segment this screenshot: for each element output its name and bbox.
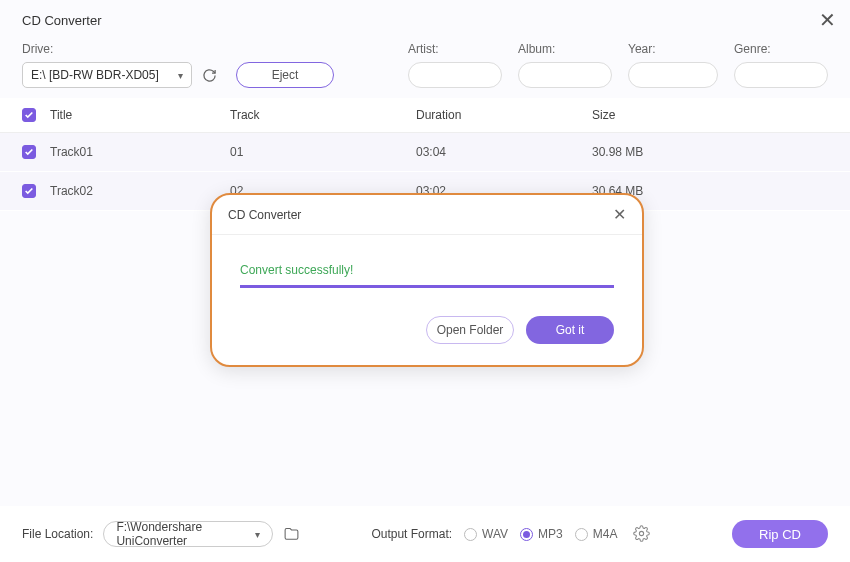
row-track: 01 (230, 145, 416, 159)
close-icon[interactable]: ✕ (613, 205, 626, 224)
album-field-group: Album: (518, 42, 612, 88)
table-row[interactable]: Track01 01 03:04 30.98 MB (0, 133, 850, 172)
format-m4a-label: M4A (593, 527, 618, 541)
year-label: Year: (628, 42, 718, 56)
modal-header: CD Converter ✕ (212, 195, 642, 235)
modal-title: CD Converter (228, 208, 301, 222)
year-field-group: Year: (628, 42, 718, 88)
open-folder-button[interactable]: Open Folder (426, 316, 514, 344)
drive-select[interactable]: E:\ [BD-RW BDR-XD05] ▾ (22, 62, 192, 88)
file-location-value: F:\Wondershare UniConverter (116, 520, 255, 548)
file-location-select[interactable]: F:\Wondershare UniConverter ▾ (103, 521, 273, 547)
artist-label: Artist: (408, 42, 502, 56)
modal-body: Convert successfully! (212, 235, 642, 288)
row-duration: 03:04 (416, 145, 592, 159)
table-header: Title Track Duration Size (0, 98, 850, 133)
drive-row: E:\ [BD-RW BDR-XD05] ▾ Eject (22, 62, 334, 88)
output-format-group: Output Format: WAV MP3 M4A (371, 525, 651, 543)
row-title: Track01 (50, 145, 230, 159)
row-size: 30.98 MB (592, 145, 828, 159)
meta-fields: Artist: Album: Year: Genre: (408, 42, 828, 88)
window-title: CD Converter (22, 13, 101, 28)
footer: File Location: F:\Wondershare UniConvert… (0, 506, 850, 562)
file-location-label: File Location: (22, 527, 93, 541)
drive-value: E:\ [BD-RW BDR-XD05] (31, 68, 159, 82)
rip-cd-button[interactable]: Rip CD (732, 520, 828, 548)
chevron-down-icon: ▾ (178, 70, 183, 81)
row-checkbox[interactable] (22, 184, 50, 198)
select-all-checkbox[interactable] (22, 108, 50, 122)
success-modal: CD Converter ✕ Convert successfully! Ope… (210, 193, 644, 367)
modal-footer: Open Folder Got it (212, 288, 642, 344)
album-input[interactable] (518, 62, 612, 88)
success-message: Convert successfully! (240, 263, 614, 277)
artist-field-group: Artist: (408, 42, 502, 88)
genre-field-group: Genre: (734, 42, 828, 88)
header-track: Track (230, 108, 416, 122)
got-it-button[interactable]: Got it (526, 316, 614, 344)
row-title: Track02 (50, 184, 230, 198)
genre-input[interactable] (734, 62, 828, 88)
folder-icon[interactable] (283, 525, 301, 543)
format-m4a-radio[interactable]: M4A (575, 527, 618, 541)
eject-button[interactable]: Eject (236, 62, 334, 88)
format-wav-label: WAV (482, 527, 508, 541)
output-format-label: Output Format: (371, 527, 452, 541)
drive-label: Drive: (22, 42, 334, 56)
header-size: Size (592, 108, 828, 122)
close-icon[interactable]: ✕ (819, 8, 836, 32)
format-mp3-radio[interactable]: MP3 (520, 527, 563, 541)
header-title: Title (50, 108, 230, 122)
genre-label: Genre: (734, 42, 828, 56)
year-input[interactable] (628, 62, 718, 88)
header-duration: Duration (416, 108, 592, 122)
album-label: Album: (518, 42, 612, 56)
titlebar: CD Converter ✕ (0, 0, 850, 36)
format-wav-radio[interactable]: WAV (464, 527, 508, 541)
chevron-down-icon: ▾ (255, 529, 260, 540)
refresh-icon[interactable] (200, 66, 218, 84)
row-checkbox[interactable] (22, 145, 50, 159)
artist-input[interactable] (408, 62, 502, 88)
controls-row: Drive: E:\ [BD-RW BDR-XD05] ▾ Eject Arti… (0, 36, 850, 98)
drive-section: Drive: E:\ [BD-RW BDR-XD05] ▾ Eject (22, 42, 334, 88)
gear-icon[interactable] (633, 525, 651, 543)
svg-point-0 (640, 531, 644, 535)
format-mp3-label: MP3 (538, 527, 563, 541)
